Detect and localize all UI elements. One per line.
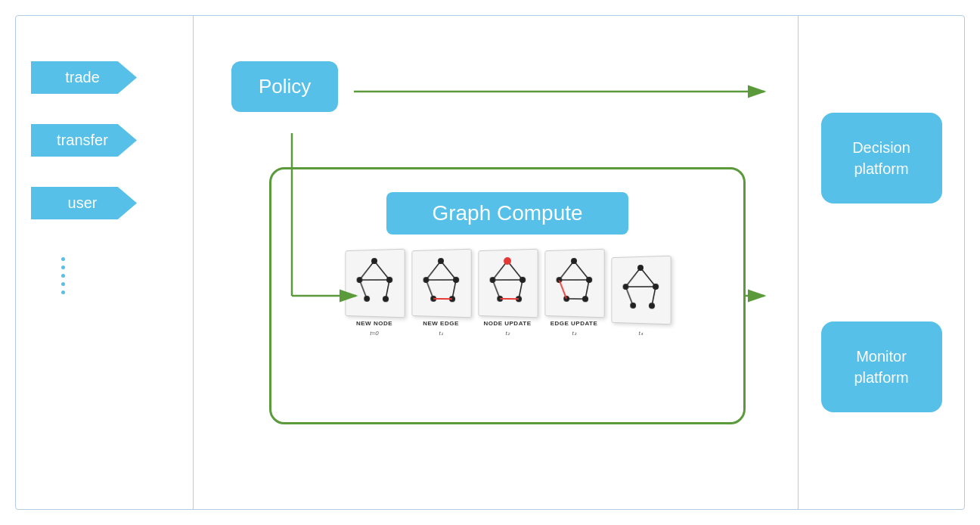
dot-5: [61, 290, 65, 294]
svg-line-51: [625, 287, 633, 306]
svg-line-15: [426, 261, 441, 280]
svg-line-6: [374, 261, 389, 280]
user-label: user: [31, 187, 137, 219]
decision-platform-box: Decision platform: [821, 113, 942, 203]
graph-card-svg-1: [411, 249, 471, 318]
svg-line-8: [386, 280, 389, 299]
graph-card-time-2: t₂: [505, 330, 509, 337]
svg-line-17: [426, 280, 433, 299]
graph-illustrations: NEW NODE t=0: [336, 250, 678, 337]
graph-card-0: NEW NODE t=0: [344, 250, 405, 337]
trade-label: trade: [31, 61, 137, 94]
ellipsis-dots: [61, 257, 65, 294]
graph-card-svg-0: [345, 249, 405, 318]
graph-card-1: NEW EDGE t₁: [411, 250, 471, 337]
main-container: trade transfer user Policy Graph Compute: [15, 15, 965, 510]
svg-line-41: [585, 280, 589, 299]
user-arrow: user: [31, 187, 137, 219]
svg-line-16: [441, 261, 456, 280]
svg-line-29: [519, 280, 523, 299]
graph-card-time-3: t₃: [572, 330, 575, 337]
dot-3: [61, 274, 65, 278]
graph-card-3: EDGE UPDATE t₃: [544, 250, 604, 337]
svg-line-52: [652, 287, 656, 306]
graph-card-label-0: NEW NODE: [356, 320, 392, 327]
svg-line-49: [625, 268, 640, 287]
middle-panel: Policy Graph Compute: [194, 16, 798, 509]
graph-card-time-1: t₁: [439, 330, 442, 337]
svg-point-3: [364, 296, 370, 302]
svg-point-47: [630, 303, 636, 309]
svg-line-7: [359, 280, 367, 299]
monitor-platform-box: Monitor platform: [821, 322, 942, 412]
graph-card-time-0: t=0: [370, 330, 378, 337]
dot-2: [61, 266, 65, 269]
trade-arrow: trade: [31, 61, 137, 94]
left-panel: trade transfer user: [16, 16, 194, 509]
dot-4: [61, 282, 65, 286]
graph-card-label-1: NEW EDGE: [423, 320, 459, 327]
svg-line-38: [559, 261, 574, 280]
graph-compute-label: Graph Compute: [386, 192, 628, 235]
graph-card-time-4: t₄: [638, 330, 642, 337]
graph-card-svg-3: [544, 249, 604, 318]
dot-1: [61, 257, 65, 261]
svg-line-50: [640, 268, 656, 287]
graph-card-svg-4: [611, 256, 671, 325]
right-panel: Decision platform Monitor platform: [798, 16, 964, 509]
svg-line-40: [559, 280, 566, 299]
transfer-arrow: transfer: [31, 124, 137, 157]
graph-card-4: t₄: [610, 256, 671, 337]
graph-card-label-3: EDGE UPDATE: [550, 320, 598, 327]
graph-card-svg-2: [478, 249, 538, 318]
graph-compute-container: Graph Compute: [269, 167, 746, 424]
svg-line-28: [492, 280, 500, 299]
svg-line-18: [452, 280, 456, 299]
transfer-label: transfer: [31, 124, 137, 157]
svg-line-5: [359, 261, 374, 280]
graph-card-2: NODE UPDATE t₂: [477, 250, 538, 337]
graph-card-label-2: NODE UPDATE: [483, 320, 531, 327]
policy-box: Policy: [231, 61, 338, 112]
svg-line-39: [574, 261, 589, 280]
